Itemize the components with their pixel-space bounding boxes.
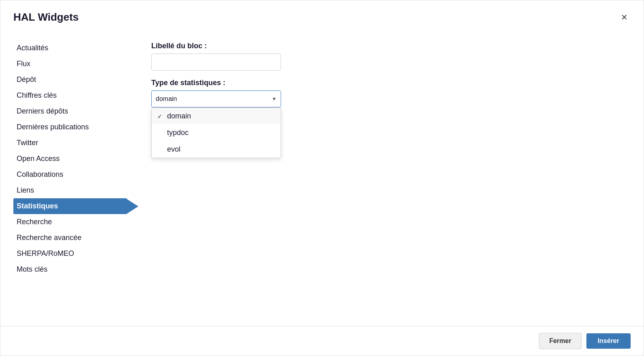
sidebar-item-flux[interactable]: Flux — [13, 56, 127, 72]
check-icon-domain: ✓ — [157, 113, 164, 120]
dropdown-wrapper: domain ▼ ✓domaintypdocevol — [151, 90, 281, 107]
dropdown-option-domain[interactable]: ✓domain — [152, 108, 281, 124]
dropdown-option-label-evol: evol — [167, 145, 180, 154]
sidebar-item-open-access[interactable]: Open Access — [13, 151, 127, 167]
sidebar-item-chiffres-cles[interactable]: Chiffres clés — [13, 88, 127, 103]
dropdown-option-label-typdoc: typdoc — [167, 129, 189, 137]
modal: HAL Widgets × ActualitésFluxDépôtChiffre… — [0, 0, 644, 356]
sidebar-item-recherche-avancee[interactable]: Recherche avancée — [13, 230, 127, 246]
dropdown-option-evol[interactable]: evol — [152, 141, 281, 158]
chevron-down-icon: ▼ — [272, 96, 277, 102]
sidebar-item-collaborations[interactable]: Collaborations — [13, 167, 127, 182]
modal-header: HAL Widgets × — [0, 0, 644, 30]
libelle-label: Libellé du bloc : — [151, 42, 631, 50]
dropdown-list: ✓domaintypdocevol — [151, 107, 281, 158]
sidebar-item-dernieres-publications[interactable]: Dernières publications — [13, 119, 127, 135]
dropdown-selected-value: domain — [156, 95, 177, 103]
insert-button[interactable]: Insérer — [586, 333, 631, 349]
sidebar-item-liens[interactable]: Liens — [13, 182, 127, 198]
close-button[interactable]: Fermer — [539, 333, 581, 349]
dropdown-option-typdoc[interactable]: typdoc — [152, 124, 281, 141]
content-area: Libellé du bloc : Type de statistiques :… — [151, 40, 631, 316]
sidebar-item-statistiques[interactable]: Statistiques — [13, 198, 127, 214]
sidebar-item-recherche[interactable]: Recherche — [13, 214, 127, 230]
sidebar-item-mots-cles[interactable]: Mots clés — [13, 262, 127, 277]
dropdown-option-label-domain: domain — [167, 112, 191, 120]
sidebar: ActualitésFluxDépôtChiffres clésDerniers… — [13, 40, 127, 316]
modal-footer: Fermer Insérer — [0, 326, 644, 356]
sidebar-item-derniers-depots[interactable]: Derniers dépôts — [13, 103, 127, 119]
sidebar-item-twitter[interactable]: Twitter — [13, 135, 127, 151]
close-icon[interactable]: × — [618, 10, 631, 24]
modal-body: ActualitésFluxDépôtChiffres clésDerniers… — [0, 30, 644, 326]
stats-type-label: Type de statistiques : — [151, 79, 631, 87]
sidebar-item-actualites[interactable]: Actualités — [13, 40, 127, 56]
libelle-input[interactable] — [151, 54, 281, 71]
sidebar-item-depot[interactable]: Dépôt — [13, 72, 127, 88]
modal-title: HAL Widgets — [13, 11, 79, 24]
sidebar-item-sherpa-romeo[interactable]: SHERPA/RoMEO — [13, 246, 127, 262]
dropdown-trigger[interactable]: domain ▼ — [151, 90, 281, 107]
